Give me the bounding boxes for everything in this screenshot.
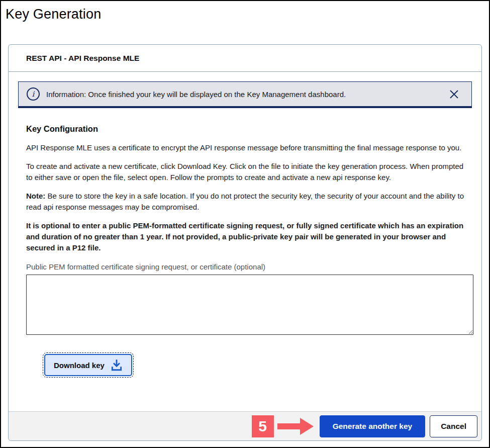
close-icon[interactable] xyxy=(448,88,460,101)
info-banner-text: Information: Once finished your key will… xyxy=(46,90,346,99)
section-heading: Key Configuration xyxy=(26,124,473,134)
key-configuration-section: Key Configuration API Response MLE uses … xyxy=(9,108,481,376)
page-title: Key Generation xyxy=(6,6,489,22)
key-generation-card: REST API - API Response MLE i Informatio… xyxy=(8,44,482,441)
cancel-button[interactable]: Cancel xyxy=(430,415,477,437)
download-key-button[interactable]: Download key xyxy=(44,354,132,376)
note-label: Note: xyxy=(26,192,45,200)
card-body: i Information: Once finished your key wi… xyxy=(9,72,481,411)
download-icon xyxy=(110,359,123,371)
pem-textarea-label: Public PEM formatted certificate signing… xyxy=(26,262,473,271)
info-banner: i Information: Once finished your key wi… xyxy=(18,81,472,108)
info-icon: i xyxy=(27,87,40,101)
card-title: REST API - API Response MLE xyxy=(26,54,139,62)
card-footer: 5 Generate another key Cancel xyxy=(9,411,481,440)
card-header: REST API - API Response MLE xyxy=(9,45,481,72)
paragraph-note: Note: Be sure to store the key in a safe… xyxy=(26,191,473,213)
paragraph-optional-pem: It is optional to enter a public PEM-for… xyxy=(26,220,473,253)
paragraph-instructions: To create and activate a new certificate… xyxy=(26,161,473,183)
right-arrow-icon xyxy=(277,418,314,435)
note-text: Be sure to store the key in a safe locat… xyxy=(26,192,464,211)
download-key-label: Download key xyxy=(54,361,105,370)
page: { "page": { "title": "Key Generation" },… xyxy=(0,0,490,448)
paragraph-intro: API Response MLE uses a certificate to e… xyxy=(26,142,473,153)
pem-textarea[interactable] xyxy=(26,275,473,335)
close-x-glyph xyxy=(449,89,459,100)
generate-another-key-button[interactable]: Generate another key xyxy=(320,415,426,437)
step-5-annotation: 5 xyxy=(252,415,274,437)
